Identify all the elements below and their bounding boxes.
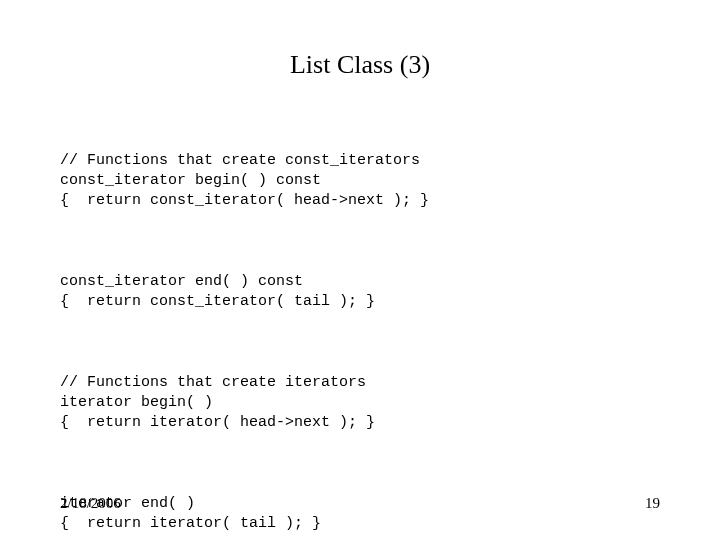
code-line: const_iterator end( ) const	[60, 273, 303, 290]
code-section-1: // Functions that create const_iterators…	[60, 151, 660, 212]
code-line: const_iterator begin( ) const	[60, 172, 321, 189]
slide-footer: 2/18/2006 19	[60, 495, 660, 512]
footer-page-number: 19	[645, 495, 660, 512]
code-line: { return const_iterator( head->next ); }	[60, 192, 429, 209]
code-content: // Functions that create const_iterators…	[60, 110, 660, 540]
code-line: // Functions that create iterators	[60, 374, 366, 391]
slide-container: List Class (3) // Functions that create …	[0, 0, 720, 540]
code-line: iterator begin( )	[60, 394, 213, 411]
code-line: { return iterator( head->next ); }	[60, 414, 375, 431]
code-line: // Functions that create const_iterators	[60, 152, 420, 169]
code-line: { return iterator( tail ); }	[60, 515, 321, 532]
slide-title: List Class (3)	[60, 50, 660, 80]
code-section-2: const_iterator end( ) const { return con…	[60, 272, 660, 313]
code-section-3: // Functions that create iterators itera…	[60, 373, 660, 434]
code-line: { return const_iterator( tail ); }	[60, 293, 375, 310]
footer-date: 2/18/2006	[60, 495, 121, 512]
